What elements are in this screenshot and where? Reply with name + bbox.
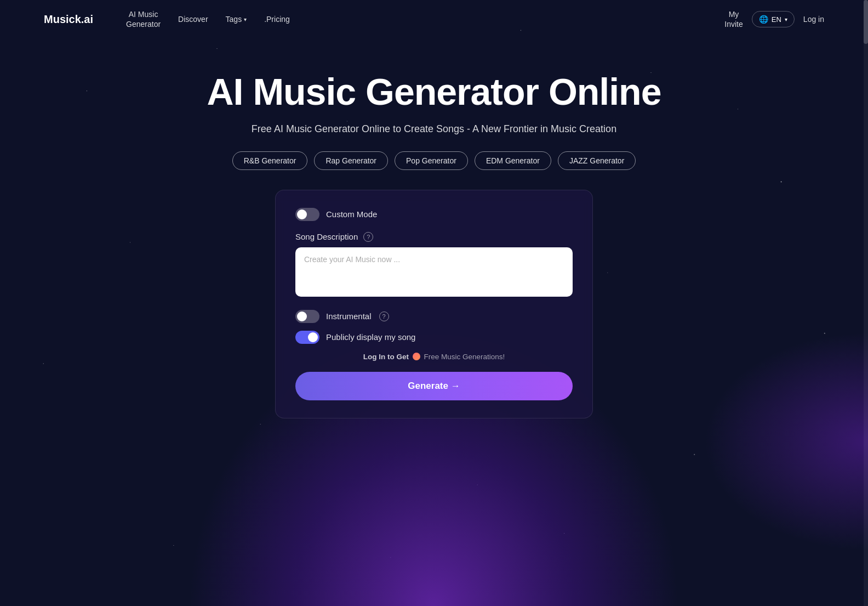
public-row: Publicly display my song xyxy=(295,331,573,344)
nav-my-invite[interactable]: My Invite xyxy=(724,9,743,29)
genre-tag-edm[interactable]: EDM Generator xyxy=(475,151,551,170)
login-button[interactable]: Log in xyxy=(803,15,824,24)
genre-tags: R&B Generator Rap Generator Pop Generato… xyxy=(232,151,636,170)
login-promo-link[interactable]: Log In to Get xyxy=(363,353,409,361)
navbar: Musick.ai AI Music Generator Discover Ta… xyxy=(0,0,868,38)
instrumental-toggle[interactable] xyxy=(295,310,319,323)
song-desc-help-icon[interactable]: ? xyxy=(363,232,373,242)
free-badge-icon xyxy=(413,353,420,360)
public-display-label: Publicly display my song xyxy=(326,332,415,342)
hero-subtitle: Free AI Music Generator Online to Create… xyxy=(252,123,616,135)
public-display-toggle[interactable] xyxy=(295,331,319,344)
chevron-down-icon: ▾ xyxy=(785,16,787,22)
instrumental-label: Instrumental xyxy=(326,312,372,321)
nav-right: My Invite 🌐 EN ▾ Log in xyxy=(724,9,824,29)
language-selector[interactable]: 🌐 EN ▾ xyxy=(752,11,795,27)
genre-tag-pop[interactable]: Pop Generator xyxy=(395,151,468,170)
custom-mode-toggle[interactable] xyxy=(295,208,319,221)
instrumental-row: Instrumental ? xyxy=(295,310,573,323)
song-desc-label-row: Song Description ? xyxy=(295,232,573,242)
chevron-down-icon: ▾ xyxy=(244,16,247,22)
nav-pricing[interactable]: .Pricing xyxy=(264,15,290,24)
song-description-input[interactable] xyxy=(295,247,573,297)
generate-button[interactable]: Generate → xyxy=(295,372,573,400)
genre-tag-rap[interactable]: Rap Generator xyxy=(314,151,388,170)
genre-tag-jazz[interactable]: JAZZ Generator xyxy=(558,151,636,170)
brand-logo[interactable]: Musick.ai xyxy=(44,13,93,26)
nav-links: AI Music Generator Discover Tags ▾ .Pric… xyxy=(126,9,703,29)
nav-tags[interactable]: Tags ▾ xyxy=(226,15,247,24)
custom-mode-label: Custom Mode xyxy=(326,209,377,219)
main-content: AI Music Generator Online Free AI Music … xyxy=(0,38,868,418)
nav-discover[interactable]: Discover xyxy=(178,15,208,24)
genre-tag-rnb[interactable]: R&B Generator xyxy=(232,151,308,170)
hero-title: AI Music Generator Online xyxy=(207,71,661,112)
generator-card: Custom Mode Song Description ? Instrumen… xyxy=(275,190,593,418)
nav-ai-music-generator[interactable]: AI Music Generator xyxy=(126,9,161,29)
globe-icon: 🌐 xyxy=(759,15,768,24)
login-promo: Log In to Get Free Music Generations! xyxy=(295,353,573,361)
custom-mode-row: Custom Mode xyxy=(295,208,573,221)
instrumental-help-icon[interactable]: ? xyxy=(379,312,389,321)
